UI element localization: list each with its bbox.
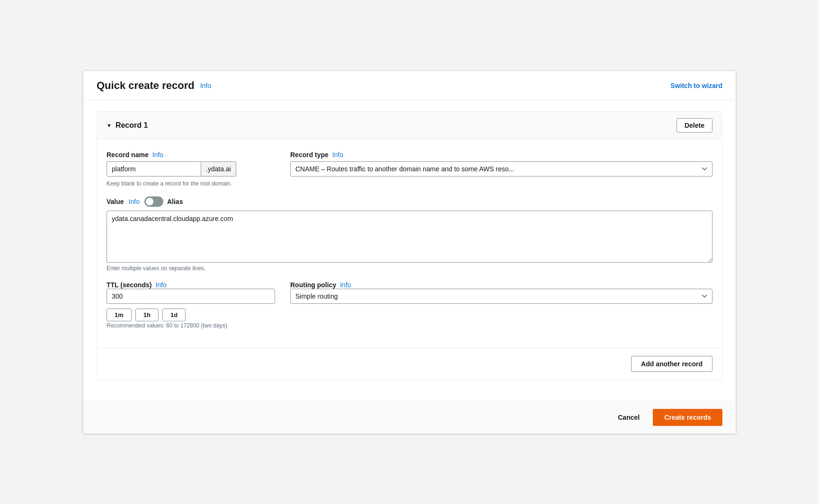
record-name-label-row: Record name Info — [107, 151, 275, 159]
record-name-hint: Keep blank to create a record for the ro… — [107, 180, 275, 187]
modal-header: Quick create record Info Switch to wizar… — [83, 71, 736, 100]
record-name-label: Record name — [107, 151, 149, 159]
switch-wizard-link[interactable]: Switch to wizard — [670, 82, 722, 89]
record-type-label-row: Record type Info — [290, 151, 712, 159]
record-title: ▼ Record 1 — [107, 121, 148, 130]
ttl-label-row: TTL (seconds) Info — [107, 281, 275, 289]
record-name-input-row: .ydata.ai — [107, 161, 275, 177]
value-label-row: Value Info Alias — [107, 196, 712, 207]
record-type-select[interactable]: A – Routes traffic to an IPv4 address an… — [290, 161, 712, 177]
value-textarea[interactable]: ydata.canadacentral.cloudapp.azure.com — [107, 211, 712, 263]
toggle-slider — [144, 196, 163, 207]
record-header: ▼ Record 1 Delete — [97, 112, 722, 140]
record-type-info-link[interactable]: Info — [332, 151, 343, 159]
record-footer: Add another record — [97, 348, 722, 380]
domain-suffix: .ydata.ai — [201, 161, 236, 177]
ttl-hint: Recommended values: 60 to 172800 (two da… — [107, 322, 227, 329]
record-name-info-link[interactable]: Info — [152, 151, 163, 159]
routing-policy-label: Routing policy — [290, 281, 336, 289]
modal-body: ▼ Record 1 Delete Record name Info — [83, 100, 736, 401]
record-section: ▼ Record 1 Delete Record name Info — [97, 111, 722, 380]
routing-policy-group: Routing policy Info Simple routing Failo… — [290, 281, 712, 304]
modal-footer: Cancel Create records — [83, 401, 736, 433]
value-label: Value — [107, 198, 124, 205]
ttl-presets: 1m 1h 1d — [107, 309, 275, 321]
preset-1d-button[interactable]: 1d — [162, 309, 186, 321]
preset-1h-button[interactable]: 1h — [135, 309, 159, 321]
modal-title: Quick create record Info — [97, 80, 211, 92]
modal-container: Quick create record Info Switch to wizar… — [83, 71, 736, 434]
alias-toggle-container: Alias — [144, 196, 183, 207]
ttl-label: TTL (seconds) — [107, 281, 151, 289]
alias-toggle[interactable] — [144, 196, 163, 207]
ttl-info-link[interactable]: Info — [155, 281, 166, 289]
cancel-button[interactable]: Cancel — [612, 410, 645, 425]
record-name-group: Record name Info .ydata.ai Keep blank to… — [107, 151, 275, 187]
value-info-link[interactable]: Info — [129, 198, 140, 205]
ttl-routing-row: TTL (seconds) Info 1m 1h 1d Recommended … — [107, 281, 712, 329]
ttl-group: TTL (seconds) Info 1m 1h 1d Recommended … — [107, 281, 275, 329]
header-info-link[interactable]: Info — [200, 82, 211, 89]
routing-policy-select[interactable]: Simple routing Failover routing Geolocat… — [290, 289, 712, 304]
create-records-button[interactable]: Create records — [653, 409, 722, 426]
value-hint: Enter multiple values on separate lines. — [107, 265, 205, 272]
record-title-text: Record 1 — [116, 121, 148, 130]
chevron-down-icon: ▼ — [107, 123, 112, 128]
routing-policy-info-link[interactable]: Info — [340, 281, 351, 289]
record-name-input[interactable] — [107, 161, 201, 177]
modal-title-text: Quick create record — [97, 80, 195, 92]
alias-label: Alias — [167, 198, 183, 205]
add-another-record-button[interactable]: Add another record — [631, 356, 712, 372]
delete-button[interactable]: Delete — [677, 118, 712, 133]
record-type-label: Record type — [290, 151, 329, 159]
ttl-input[interactable] — [107, 289, 275, 304]
record-body: Record name Info .ydata.ai Keep blank to… — [97, 140, 722, 348]
preset-1m-button[interactable]: 1m — [107, 309, 132, 321]
record-type-group: Record type Info A – Routes traffic to a… — [290, 151, 712, 187]
value-section: Value Info Alias ydata.canadacentral.clo… — [107, 196, 712, 272]
form-row-name-type: Record name Info .ydata.ai Keep blank to… — [107, 151, 712, 187]
routing-policy-label-row: Routing policy Info — [290, 281, 712, 289]
